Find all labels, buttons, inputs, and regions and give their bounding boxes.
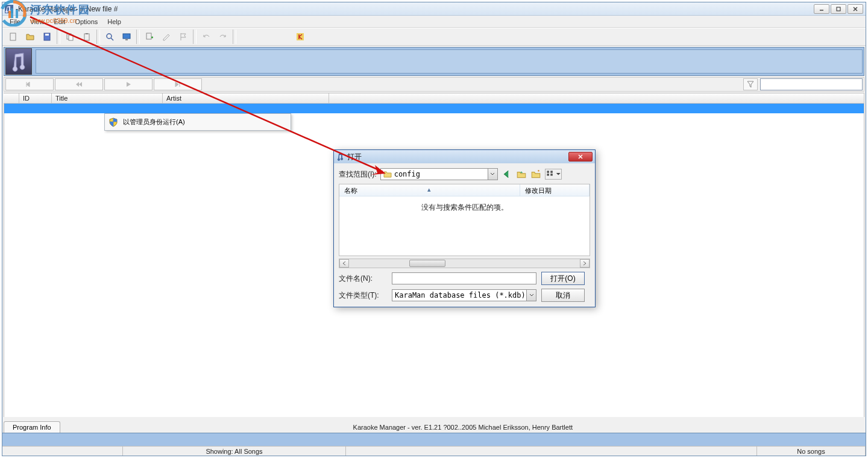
new-button[interactable]: [5, 29, 22, 45]
dialog-title: 打开: [347, 152, 568, 162]
svg-rect-6: [69, 35, 73, 40]
transport-bar: [4, 77, 864, 92]
minimize-button[interactable]: [814, 4, 829, 14]
back-icon[interactable]: [502, 169, 512, 180]
titlebar: -Karaoke Manager- # New file #: [2, 2, 866, 16]
chevron-down-icon[interactable]: [488, 169, 497, 180]
copy-button[interactable]: [61, 29, 78, 45]
window-title: -Karaoke Manager- # New file #: [16, 5, 814, 13]
menu-edit[interactable]: Edit: [49, 17, 70, 27]
svg-rect-17: [550, 171, 553, 173]
scroll-right-button[interactable]: [580, 259, 590, 268]
add-button[interactable]: [141, 29, 158, 45]
col-spacer: [329, 93, 864, 103]
svg-rect-7: [84, 34, 89, 40]
toolbar: [2, 28, 866, 46]
up-folder-icon[interactable]: [516, 169, 527, 180]
save-button[interactable]: [39, 29, 55, 45]
svg-point-9: [107, 34, 112, 39]
svg-rect-2: [10, 33, 16, 40]
context-menu: 以管理员身份运行(A): [104, 113, 291, 131]
dialog-titlebar: 打开: [334, 150, 595, 163]
file-list-empty: 没有与搜索条件匹配的项。: [339, 196, 590, 256]
filetype-value: KaraMan database files (*.kdb): [395, 291, 526, 300]
open-dialog: 打开 查找范围(I): config: [333, 149, 596, 307]
svg-rect-14: [297, 33, 304, 40]
svg-rect-1: [837, 7, 840, 11]
menu-options[interactable]: Options: [70, 17, 102, 27]
sort-asc-icon: ▴: [427, 186, 431, 193]
menu-file[interactable]: File: [5, 17, 25, 27]
col-title[interactable]: Title: [52, 93, 163, 103]
filter-icon-button[interactable]: [743, 78, 758, 90]
menubar: File View Edit Options Help: [2, 16, 866, 28]
redo-button[interactable]: [215, 29, 231, 45]
media-area: [4, 47, 864, 76]
grid-header: ID Title Artist: [4, 93, 864, 104]
menu-view[interactable]: View: [25, 17, 49, 27]
folder-icon: [383, 171, 392, 178]
svg-rect-13: [146, 33, 151, 39]
svg-rect-18: [550, 174, 553, 176]
horizontal-scrollbar[interactable]: [339, 259, 590, 268]
rewind-button[interactable]: [55, 78, 103, 90]
lookin-combo[interactable]: config: [380, 168, 498, 180]
context-run-as-admin[interactable]: 以管理员身份运行(A): [106, 115, 289, 129]
tab-program-info[interactable]: Program Info: [4, 421, 60, 433]
prev-button[interactable]: [5, 78, 54, 90]
context-menu-label: 以管理员身份运行(A): [123, 118, 185, 127]
paste-button[interactable]: [78, 29, 95, 45]
dialog-close-button[interactable]: [568, 152, 593, 162]
dialog-app-icon: [336, 152, 345, 161]
col-date[interactable]: 修改日期: [520, 184, 590, 196]
file-list-header: 名称 ▴ 修改日期: [339, 184, 590, 196]
undo-button[interactable]: [198, 29, 215, 45]
play-button[interactable]: [104, 78, 153, 90]
app-icon: [5, 5, 13, 13]
flag-button[interactable]: [175, 29, 192, 45]
lookin-label: 查找范围(I):: [339, 169, 377, 180]
view-menu-icon[interactable]: [545, 169, 562, 180]
footer-text: Karaoke Manager - ver. E1.21 ?002..2005 …: [60, 424, 866, 433]
edit-button[interactable]: [158, 29, 175, 45]
svg-line-10: [111, 38, 113, 40]
status-mid: [346, 447, 757, 456]
col-artist[interactable]: Artist: [163, 93, 329, 103]
search-input[interactable]: [760, 78, 863, 90]
menu-help[interactable]: Help: [102, 17, 126, 27]
filetype-label: 文件类型(T):: [339, 290, 387, 301]
scroll-thumb[interactable]: [409, 260, 445, 267]
table-row[interactable]: [4, 104, 864, 113]
svg-rect-12: [125, 39, 128, 40]
svg-rect-11: [123, 34, 130, 39]
search-button[interactable]: [101, 29, 118, 45]
open-button[interactable]: [22, 29, 39, 45]
cancel-button[interactable]: 取消: [541, 289, 585, 302]
scroll-left-button[interactable]: [339, 259, 349, 268]
col-id[interactable]: ID: [19, 93, 52, 103]
filename-label: 文件名(N):: [339, 274, 387, 284]
music-note-icon: [5, 48, 32, 75]
svg-rect-4: [45, 34, 49, 36]
close-button[interactable]: [848, 4, 863, 14]
file-list[interactable]: 名称 ▴ 修改日期 没有与搜索条件匹配的项。: [339, 184, 590, 256]
statusbar: Showing: All Songs No songs: [2, 446, 866, 456]
exit-button[interactable]: [292, 29, 309, 45]
chevron-down-icon[interactable]: [526, 290, 536, 301]
shield-icon: [108, 118, 118, 127]
svg-rect-16: [547, 174, 549, 176]
col-blank[interactable]: [4, 93, 19, 103]
statusbar-blue: [2, 433, 866, 446]
svg-rect-8: [86, 33, 88, 34]
status-showing: Showing: All Songs: [123, 447, 346, 456]
new-folder-icon[interactable]: [530, 169, 541, 180]
maximize-button[interactable]: [831, 4, 846, 14]
filename-input[interactable]: [392, 272, 536, 284]
monitor-button[interactable]: [118, 29, 135, 45]
filetype-combo[interactable]: KaraMan database files (*.kdb): [392, 289, 536, 301]
col-name[interactable]: 名称 ▴: [339, 184, 520, 196]
media-track: [36, 49, 863, 74]
open-confirm-button[interactable]: 打开(O): [541, 272, 585, 285]
status-count: No songs: [757, 447, 866, 456]
next-button[interactable]: [154, 78, 202, 90]
